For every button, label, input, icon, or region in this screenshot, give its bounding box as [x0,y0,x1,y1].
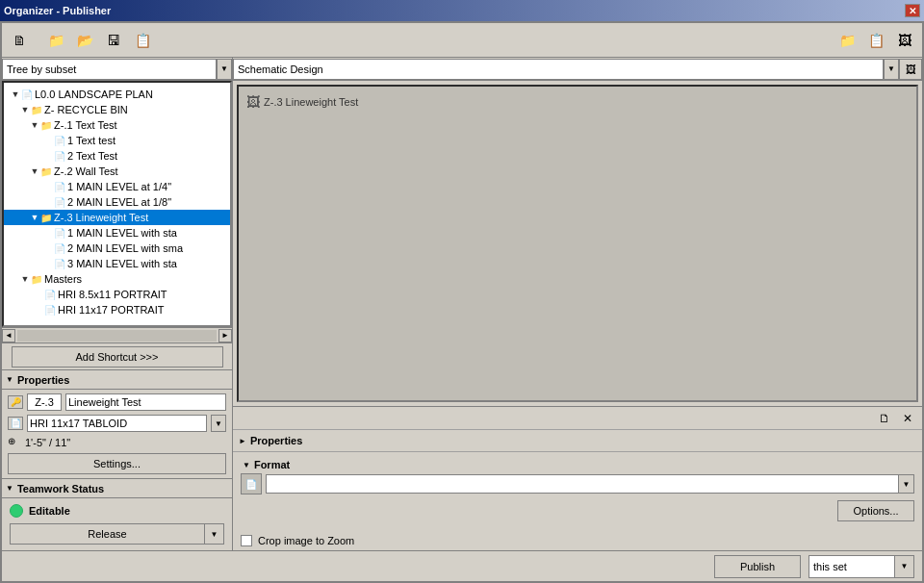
format-section-header[interactable]: ▼ Format [241,456,914,473]
toolbar-btn-2[interactable]: 📁 [42,28,69,53]
tree-item-hri11[interactable]: 📄 HRI 11x17 PORTRAIT [4,302,230,317]
close-button[interactable]: ✕ [905,4,920,17]
preview-text: Z-.3 Lineweight Test [264,96,358,108]
crop-checkbox[interactable] [241,535,252,546]
properties-content: 🔑 Z-.3 📄 HRI 11x17 TABLOID ▼ ⊕ 1'-5" / 1… [2,390,232,478]
expand-icon: ▼ [10,89,21,99]
tree-item-text1[interactable]: 📄 1 Text test [4,133,230,148]
right-browse-button[interactable]: 🖼 [899,59,922,80]
tree-item-lw2[interactable]: 📄 2 MAIN LEVEL with sma [4,241,230,256]
format-label: Format [254,459,290,470]
tree-dropdown[interactable]: Tree by subset Tree by type Flat list [2,59,217,80]
page-icon: 📄 [54,182,65,192]
right-dropdown-arrow-icon[interactable]: ▼ [884,59,899,80]
add-shortcut-button[interactable]: Add Shortcut >>> [12,346,223,368]
page-icon: 📄 [54,243,65,254]
right-props-arrow-icon: ► [239,437,246,445]
prop-name-input[interactable] [65,393,226,411]
page-icon: 📄 [44,305,56,316]
expand-icon: ▼ [29,213,40,222]
tree-item-lw1[interactable]: 📄 1 MAIN LEVEL with sta [4,225,230,241]
format-arrow-icon: ▼ [243,461,250,469]
right-props-label: Properties [250,435,302,446]
toolbar-btn-right-1[interactable]: 📁 [834,28,860,53]
title-bar: Organizer - Publisher ✕ [0,0,924,21]
tree-item-main2[interactable]: 📄 2 MAIN LEVEL at 1/8" [4,194,230,210]
tree-horiz-scrollbar[interactable]: ◄ ► [2,327,232,342]
prop-paper-arrow-icon[interactable]: ▼ [211,415,226,432]
page-icon: 📄 [54,151,65,162]
properties-header[interactable]: ▼ Properties [2,370,232,390]
tree-item-ztext[interactable]: ▼ 📁 Z-.1 Text Test [4,117,230,133]
bottom-icon-btn-1[interactable]: 🗋 [874,409,895,428]
properties-header-label: Properties [17,374,69,386]
tree-item-label: L0.0 LANDSCAPE PLAN [35,89,153,100]
expand-icon: ▼ [29,166,40,176]
toolbar-btn-right-2[interactable]: 📋 [862,28,889,53]
tree-item-recycle[interactable]: ▼ 📁 Z- RECYCLE BIN [4,102,230,117]
tree-dropdown-arrow-icon[interactable]: ▼ [217,59,232,80]
tree-item-l0[interactable]: ▼ 📄 L0.0 LANDSCAPE PLAN [4,87,230,102]
right-dropdown[interactable]: Schematic Design Design Development Cons… [233,59,884,80]
window-title: Organizer - Publisher [4,5,111,16]
tree-item-lineweight[interactable]: ▼ 📁 Z-.3 Lineweight Test [4,210,230,225]
toolbar-btn-right-3[interactable]: 🖼 [891,28,918,53]
add-shortcut-bar: Add Shortcut >>> [2,342,232,369]
teamwork-header-label: Teamwork Status [17,483,104,494]
right-panel: Schematic Design Design Development Cons… [233,58,922,550]
folder-icon: 📁 [31,274,42,285]
tree-item-main1[interactable]: 📄 1 MAIN LEVEL at 1/4" [4,179,230,194]
release-row: Release ▼ [10,523,224,545]
file-icon: 📄 [21,89,33,100]
teamwork-collapse-icon: ▼ [6,484,13,493]
prop-size-value: 1'-5" / 11" [25,437,70,448]
preview-area: 🖼 Z-.3 Lineweight Test [237,85,918,402]
publish-button[interactable]: Publish [714,555,801,578]
toolbar-btn-5[interactable]: 📋 [129,28,156,53]
tree-item-label: Z-.3 Lineweight Test [54,212,148,223]
format-select-wrap: ▼ [266,474,914,494]
scroll-left-icon[interactable]: ◄ [2,329,15,342]
tree-item-label: 2 MAIN LEVEL with sma [67,242,183,254]
page-icon: 📄 [54,197,65,208]
set-select-wrap: this set all sets current layout ▼ [808,555,914,578]
tree-item-label: Z-.2 Wall Test [54,165,118,177]
toolbar: 🗎 📁 📂 🖫 📋 📁 📋 🖼 [2,23,922,58]
settings-button[interactable]: Settings... [8,453,226,474]
format-file-icon: 📄 [241,473,262,494]
tree-item-label: Z- RECYCLE BIN [44,104,128,115]
tree-item-hri85[interactable]: 📄 HRI 8.5x11 PORTRAIT [4,287,230,302]
bottom-icon-btn-2[interactable]: ✕ [897,409,918,428]
tree-item-text2[interactable]: 📄 2 Text Test [4,148,230,164]
folder-icon: 📁 [40,213,52,223]
editable-status-label: Editable [29,505,70,517]
preview-label: 🖼 Z-.3 Lineweight Test [246,94,358,110]
page-icon: 📄 [54,136,65,146]
set-select[interactable]: this set all sets current layout [808,555,895,578]
toolbar-btn-1[interactable]: 🗎 [6,28,33,53]
prop-size-row: ⊕ 1'-5" / 11" [8,436,226,449]
toolbar-btn-4[interactable]: 🖫 [100,28,127,53]
right-properties-header[interactable]: ► Properties [237,432,918,449]
page-icon: 📄 [44,290,56,300]
tree-item-lw3[interactable]: 📄 3 MAIN LEVEL with sta [4,256,230,271]
teamwork-header[interactable]: ▼ Teamwork Status [2,479,232,498]
tree-item-wall[interactable]: ▼ 📁 Z-.2 Wall Test [4,164,230,179]
toolbar-btn-3[interactable]: 📂 [71,28,98,53]
expand-icon: ▼ [29,120,40,130]
tree-item-masters[interactable]: ▼ 📁 Masters [4,271,230,287]
release-button[interactable]: Release [10,523,205,545]
prop-id-icon: 🔑 [8,395,23,409]
tree-item-label: 1 Text test [67,135,116,146]
format-select[interactable] [266,474,899,494]
size-icon: ⊕ [8,436,21,449]
left-properties-section: ▼ Properties 🔑 Z-.3 📄 HRI 11x17 TABLOID [2,369,232,478]
scroll-right-icon[interactable]: ► [218,329,232,342]
tree-content: ▼ 📄 L0.0 LANDSCAPE PLAN ▼ 📁 Z- RECYCLE B… [4,83,230,325]
format-select-arrow-icon[interactable]: ▼ [899,474,914,494]
expand-icon: ▼ [19,105,31,114]
options-button[interactable]: Options... [837,500,914,521]
set-select-arrow-icon[interactable]: ▼ [895,555,914,578]
prop-paper-select[interactable]: HRI 11x17 TABLOID [27,415,207,432]
release-dropdown-arrow-icon[interactable]: ▼ [205,523,224,545]
